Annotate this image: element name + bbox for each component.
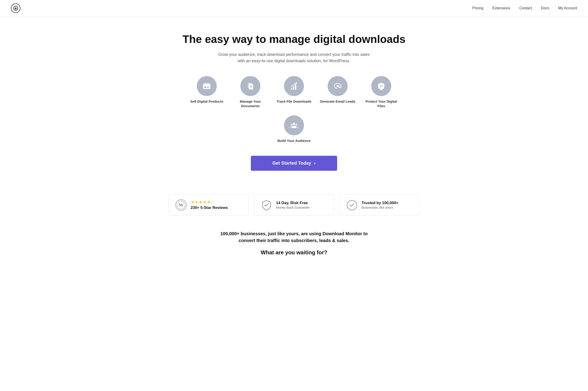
svg-rect-5 (208, 83, 209, 84)
svg-rect-17 (295, 84, 296, 90)
feature-email-leads: Generate Email Leads (320, 76, 356, 108)
svg-text:W: W (179, 202, 184, 208)
trust-section: W ★★★★★ 230+ 5-Star Reviews 14 Day, Risk… (158, 194, 430, 216)
guarantee-title: 14 Day, Risk Free (276, 201, 309, 205)
feature-email-leads-label: Generate Email Leads (320, 99, 355, 104)
feature-protect-files: Protect Your Digital Files (363, 76, 399, 108)
bottom-waiting-text: What are you waiting for? (215, 248, 373, 257)
feature-build-audience-label: Build Your Audience (277, 138, 311, 143)
feature-sell-digital-icon (197, 76, 217, 96)
trusted-sub: Businesses, like yours (361, 206, 398, 209)
svg-rect-4 (205, 83, 206, 84)
trust-guarantee-text: 14 Day, Risk Free Money Back Guarantee (276, 201, 309, 209)
feature-manage-docs: Manage Your Documents (232, 76, 268, 108)
guarantee-sub: Money Back Guarantee (276, 206, 309, 209)
svg-point-18 (337, 85, 339, 87)
cta-label: Get Started Today (272, 161, 311, 166)
feature-track-downloads: Track File Downloads (276, 76, 312, 108)
svg-point-20 (293, 123, 295, 125)
hero-title: The easy way to manage digital downloads (169, 33, 419, 46)
trust-reviews-text: ★★★★★ 230+ 5-Star Reviews (191, 199, 228, 210)
cta-wrapper: Get Started Today › (169, 156, 419, 171)
nav-contact[interactable]: Contact (519, 6, 532, 10)
feature-track-downloads-label: Track File Downloads (276, 99, 311, 104)
feature-protect-files-icon (371, 76, 391, 96)
svg-rect-6 (205, 87, 206, 88)
nav-docs[interactable]: Docs (541, 6, 549, 10)
feature-protect-files-label: Protect Your Digital Files (363, 99, 399, 108)
get-started-button[interactable]: Get Started Today › (251, 156, 337, 171)
wordpress-icon: W (175, 199, 187, 211)
logo[interactable] (11, 3, 20, 13)
trust-businesses-text: Trusted by 100,000+ Businesses, like you… (361, 201, 398, 209)
reviews-count: 230+ 5-Star Reviews (191, 205, 228, 210)
star-rating: ★★★★★ (191, 199, 228, 204)
trusted-title: Trusted by 100,000+ (361, 201, 398, 205)
shield-icon (261, 199, 272, 211)
feature-build-audience-icon (284, 115, 304, 135)
navbar: Pricing Extensions Contact Docs My Accou… (0, 0, 588, 16)
trust-businesses: Trusted by 100,000+ Businesses, like you… (340, 194, 419, 216)
nav-pricing[interactable]: Pricing (472, 6, 483, 10)
feature-track-downloads-icon (284, 76, 304, 96)
feature-sell-digital-label: Sell Digital Products (190, 99, 223, 104)
feature-build-audience: Build Your Audience (276, 115, 312, 143)
nav-links: Pricing Extensions Contact Docs My Accou… (472, 6, 577, 10)
feature-manage-docs-icon (240, 76, 260, 96)
nav-extensions[interactable]: Extensions (492, 6, 510, 10)
feature-email-leads-icon (328, 76, 348, 96)
feature-manage-docs-label: Manage Your Documents (232, 99, 268, 108)
feature-sell-digital: Sell Digital Products (189, 76, 225, 108)
cta-arrow: › (314, 160, 316, 166)
trust-guarantee: 14 Day, Risk Free Money Back Guarantee (254, 194, 334, 216)
nav-my-account[interactable]: My Account (558, 6, 577, 10)
trust-reviews: W ★★★★★ 230+ 5-Star Reviews (169, 194, 248, 216)
svg-point-21 (291, 124, 293, 126)
svg-rect-16 (293, 86, 294, 90)
svg-rect-2 (203, 84, 210, 89)
bottom-section: 100,000+ businesses, just like yours, ar… (0, 230, 588, 272)
bottom-main-text: 100,000+ businesses, just like yours, ar… (215, 230, 373, 244)
hero-section: The easy way to manage digital downloads… (158, 16, 430, 194)
features-grid: Sell Digital Products Manage Your Docume… (169, 76, 419, 143)
svg-rect-15 (291, 88, 292, 90)
svg-point-22 (295, 124, 297, 126)
hero-subtitle: Grow your audience, track download perfo… (217, 51, 371, 65)
logo-icon (11, 3, 20, 13)
badge-check-icon (346, 199, 358, 211)
